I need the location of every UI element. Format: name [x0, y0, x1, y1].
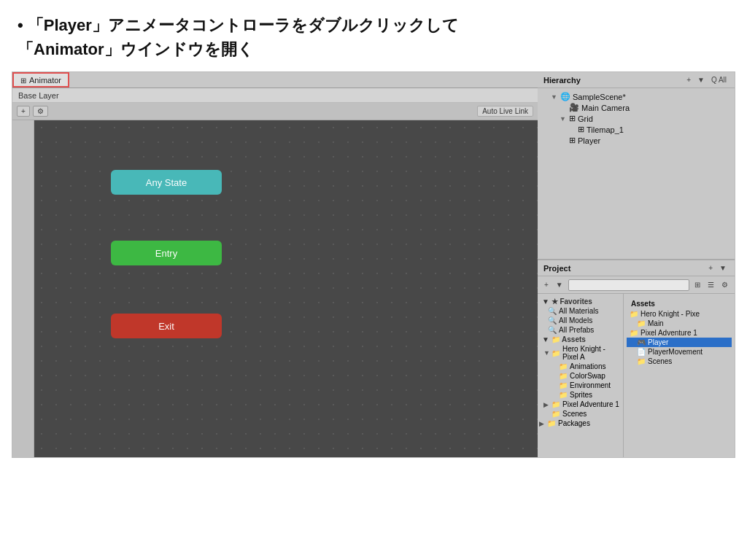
animator-tab[interactable]: ⊞ Animator: [12, 72, 69, 88]
tilemap-icon: ⊞: [578, 125, 584, 134]
animator-toolbar: + ⚙ Auto Live Link: [12, 103, 538, 120]
project-icon1[interactable]: ⊞: [692, 280, 703, 289]
asset-pixeladventure[interactable]: 📁 Pixel Adventure 1: [627, 328, 732, 338]
expand-icon: ▼: [560, 115, 567, 122]
hierarchy-panel: Hierarchy + ▼ Q All ▼ 🌐 SampleScene* 🎥: [538, 72, 735, 260]
expand-icon: ▼: [551, 93, 558, 101]
proj-tree-heroknight[interactable]: ▼ 📁 Hero Knight - Pixel A: [538, 344, 623, 362]
project-right-panel: Assets 📁 Hero Knight - Pixe 📁 Main 📁 Pix…: [624, 294, 735, 457]
project-toolbar-icons: + ▼: [706, 263, 729, 273]
project-left-panel: ▼ ★ Favorites 🔍 All Materials 🔍 All Mode…: [538, 294, 624, 457]
asset-main[interactable]: 📁 Main: [627, 319, 732, 328]
animator-toolbar-left: + ⚙: [17, 106, 48, 117]
hierarchy-toolbar-icons: + ▼ Q All: [684, 75, 729, 85]
entry-node[interactable]: Entry: [111, 241, 222, 265]
proj-tree-animations[interactable]: 📁 Animations: [538, 362, 623, 371]
proj-tree-sprites[interactable]: 📁 Sprites: [538, 390, 623, 400]
assets-section: ▼ 📁 Assets: [538, 335, 623, 344]
search-icon: 🔍: [548, 307, 557, 315]
proj-item-allprefabs[interactable]: 🔍 All Prefabs: [538, 325, 623, 335]
folder-icon: 📁: [637, 319, 646, 327]
hierarchy-content: ▼ 🌐 SampleScene* 🎥 Main Camera ▼ ⊞ Grid: [538, 88, 735, 259]
hier-item-label: Main Camera: [581, 104, 630, 112]
animator-content: Any State Entry Exit: [12, 120, 538, 457]
hierarchy-title: Hierarchy: [543, 76, 581, 85]
project-icon3[interactable]: ⚙: [719, 280, 730, 289]
add-state-btn[interactable]: +: [17, 106, 30, 117]
right-assets-list: Assets 📁 Hero Knight - Pixe 📁 Main 📁 Pix…: [624, 297, 735, 368]
hierarchy-filter-btn[interactable]: ▼: [695, 75, 707, 85]
search-icon: 🔍: [548, 316, 557, 324]
right-panels: Hierarchy + ▼ Q All ▼ 🌐 SampleScene* 🎥: [538, 72, 735, 457]
proj-item-allmodels[interactable]: 🔍 All Models: [538, 316, 623, 325]
asset-heroknight[interactable]: 📁 Hero Knight - Pixe: [627, 309, 732, 319]
player-icon: ⊞: [569, 136, 576, 145]
project-add-icon[interactable]: +: [542, 280, 551, 289]
folder-icon: 📁: [630, 329, 638, 337]
proj-tree-pixeladventure[interactable]: ▶ 📁 Pixel Adventure 1: [538, 400, 623, 409]
project-search-bar: + ▼ ⊞ ☰ ⚙: [538, 276, 735, 294]
project-icon2[interactable]: ☰: [705, 280, 716, 289]
header-line2: 「Animator」ウインドウを開く: [18, 40, 254, 58]
grid-icon: ⊞: [569, 114, 576, 123]
animator-tabbar: ⊞ Animator: [12, 72, 538, 88]
proj-tree-colorswap[interactable]: 📁 ColorSwap: [538, 371, 623, 381]
camera-icon: 🎥: [569, 103, 579, 112]
header-line1: 「Player」アニメータコントローラをダブルクリックして: [28, 16, 459, 34]
hierarchy-add-btn[interactable]: +: [684, 75, 693, 85]
proj-tree-environment[interactable]: 📁 Environment: [538, 381, 623, 390]
hier-item-maincamera[interactable]: 🎥 Main Camera: [538, 102, 735, 113]
folder-icon: 📁: [637, 357, 646, 365]
header-text: • 「Player」アニメータコントローラをダブルクリックして 「Animato…: [0, 0, 747, 71]
assets-right-title: Assets: [627, 298, 732, 309]
animator-panel: ⊞ Animator Base Layer + ⚙ Auto Live Link: [12, 72, 538, 457]
favorites-section: ▼ ★ Favorites: [538, 297, 623, 306]
project-panel-header: Project + ▼: [538, 260, 735, 276]
hier-item-player[interactable]: ⊞ Player: [538, 135, 735, 146]
asset-player[interactable]: 🎮 Player: [627, 338, 732, 347]
animator-tab-label: Animator: [29, 76, 61, 85]
hier-item-label: Tilemap_1: [587, 125, 624, 134]
hierarchy-search-label: Q All: [709, 75, 729, 85]
search-icon: 🔍: [548, 326, 557, 334]
hier-item-label: SampleScene*: [573, 93, 626, 101]
animator-side-icons: [12, 120, 34, 457]
hier-item-samplescene[interactable]: ▼ 🌐 SampleScene*: [538, 91, 735, 102]
bullet: •: [18, 16, 23, 34]
auto-live-link[interactable]: Auto Live Link: [477, 106, 533, 117]
proj-tree-packages[interactable]: ▶ 📁 Packages: [538, 419, 623, 428]
project-filter-icon[interactable]: ▼: [554, 280, 565, 289]
animator-tab-icon: ⊞: [20, 77, 26, 85]
settings-btn[interactable]: ⚙: [33, 106, 48, 117]
asset-scenes[interactable]: 📁 Scenes: [627, 357, 732, 366]
breadcrumb-bar: Base Layer: [12, 88, 538, 103]
hier-item-grid[interactable]: ▼ ⊞ Grid: [538, 113, 735, 124]
hierarchy-panel-header: Hierarchy + ▼ Q All: [538, 72, 735, 88]
any-state-node[interactable]: Any State: [111, 170, 222, 195]
animator-canvas[interactable]: Any State Entry Exit: [34, 120, 538, 457]
project-add-btn[interactable]: +: [706, 263, 715, 273]
project-filter-btn[interactable]: ▼: [717, 263, 729, 273]
folder-icon: 📁: [630, 310, 638, 318]
hier-item-label: Player: [578, 136, 600, 145]
controller-icon: 🎮: [637, 338, 646, 346]
screenshot-container: ⊞ Animator Base Layer + ⚙ Auto Live Link: [12, 71, 735, 458]
hier-item-tilemap1[interactable]: ⊞ Tilemap_1: [538, 124, 735, 135]
hier-item-label: Grid: [578, 114, 593, 123]
proj-tree-scenes[interactable]: 📁 Scenes: [538, 409, 623, 419]
project-content: ▼ ★ Favorites 🔍 All Materials 🔍 All Mode…: [538, 294, 735, 457]
project-search-input[interactable]: [568, 279, 689, 291]
asset-playermovement[interactable]: 📄 PlayerMovement: [627, 347, 732, 357]
project-panel: Project + ▼ + ▼ ⊞ ☰ ⚙ ▼ ★: [538, 260, 735, 457]
script-icon: 📄: [637, 348, 646, 356]
exit-node[interactable]: Exit: [111, 314, 222, 338]
breadcrumb-root[interactable]: Base Layer: [18, 91, 59, 100]
proj-item-allmaterials[interactable]: 🔍 All Materials: [538, 306, 623, 316]
project-title: Project: [543, 264, 570, 273]
scene-icon: 🌐: [560, 92, 570, 101]
